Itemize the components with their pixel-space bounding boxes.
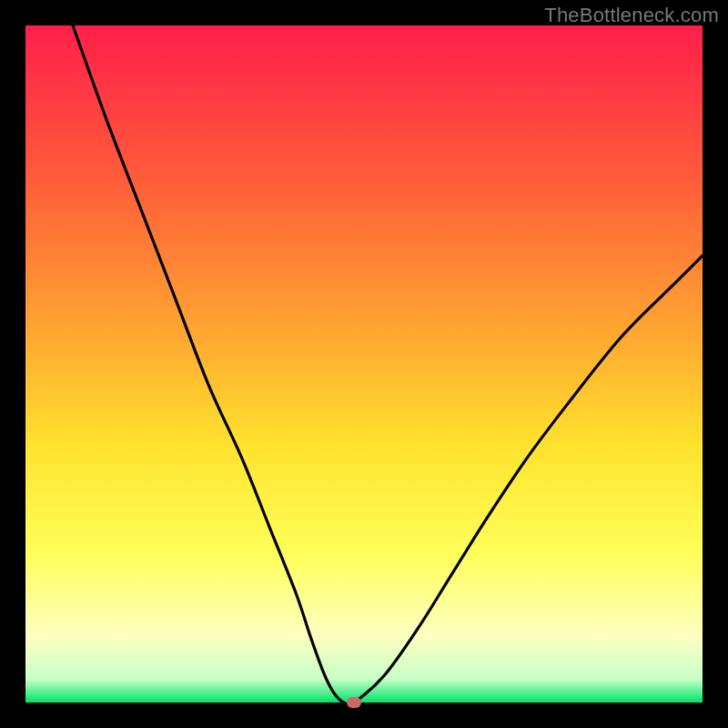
bottleneck-curve: [25, 25, 703, 703]
optimal-point-marker: [347, 697, 361, 708]
watermark-text: TheBottleneck.com: [544, 4, 719, 27]
chart-frame: [25, 25, 703, 703]
